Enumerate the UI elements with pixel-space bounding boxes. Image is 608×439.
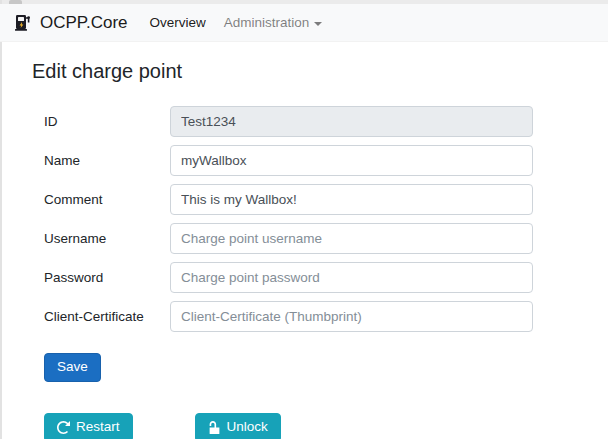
- name-label: Name: [32, 153, 170, 168]
- username-label: Username: [32, 231, 170, 246]
- comment-field[interactable]: [170, 184, 533, 215]
- id-label: ID: [32, 114, 170, 129]
- ev-charging-station-icon: [14, 13, 33, 32]
- save-button-label: Save: [57, 358, 88, 377]
- client-certificate-label: Client-Certificate: [32, 309, 170, 324]
- nav-item-administration[interactable]: Administration: [224, 15, 323, 30]
- reload-icon: [57, 421, 70, 434]
- lock-unlocked-icon: [208, 421, 221, 434]
- client-certificate-field[interactable]: [170, 301, 533, 332]
- form-row-id: ID: [32, 106, 608, 137]
- nav-item-overview[interactable]: Overview: [150, 15, 206, 30]
- nav-overview-label: Overview: [150, 15, 206, 30]
- comment-label: Comment: [32, 192, 170, 207]
- id-field: [170, 106, 533, 137]
- save-button[interactable]: Save: [44, 353, 101, 382]
- form-row-password: Password: [32, 262, 608, 293]
- page-title: Edit charge point: [32, 60, 608, 83]
- chevron-down-icon: [314, 22, 322, 26]
- form-row-name: Name: [32, 145, 608, 176]
- edit-charge-point-form: ID Name Comment Username Password Client…: [32, 106, 608, 439]
- restart-button[interactable]: Restart: [44, 413, 133, 439]
- restart-button-label: Restart: [76, 418, 120, 437]
- name-field[interactable]: [170, 145, 533, 176]
- form-row-comment: Comment: [32, 184, 608, 215]
- navbar: OCPP.Core Overview Administration: [0, 4, 608, 42]
- brand-label: OCPP.Core: [40, 13, 128, 33]
- main-content: Edit charge point ID Name Comment Userna…: [0, 42, 608, 439]
- unlock-button[interactable]: Unlock: [195, 413, 281, 439]
- nav-administration-label: Administration: [224, 15, 310, 30]
- brand-link[interactable]: OCPP.Core: [14, 13, 128, 33]
- password-field[interactable]: [170, 262, 533, 293]
- password-label: Password: [32, 270, 170, 285]
- unlock-button-label: Unlock: [227, 418, 268, 437]
- form-row-client-certificate: Client-Certificate: [32, 301, 608, 332]
- username-field[interactable]: [170, 223, 533, 254]
- form-row-username: Username: [32, 223, 608, 254]
